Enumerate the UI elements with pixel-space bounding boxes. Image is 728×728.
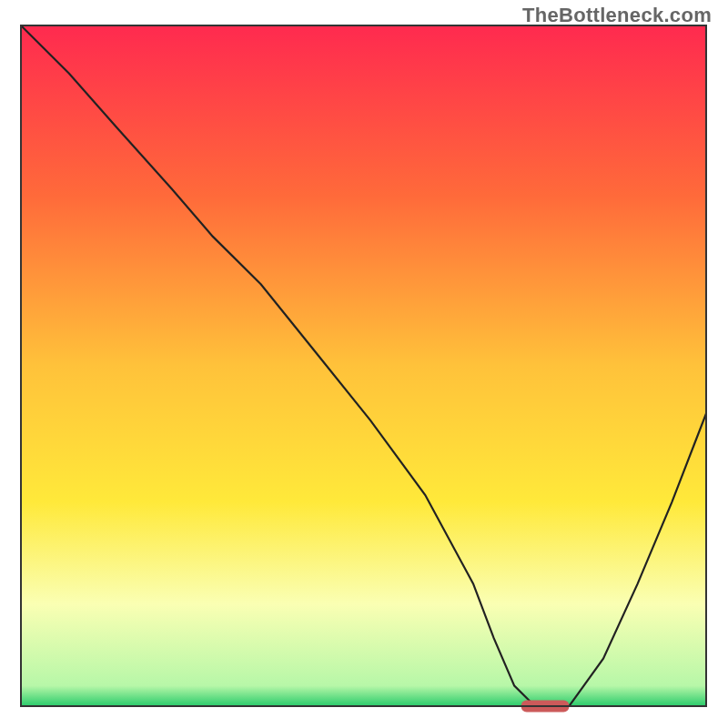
- watermark-label: TheBottleneck.com: [522, 4, 712, 27]
- bottleneck-chart: TheBottleneck.com: [0, 0, 728, 728]
- chart-canvas: [0, 0, 728, 728]
- plot-background: [21, 25, 706, 706]
